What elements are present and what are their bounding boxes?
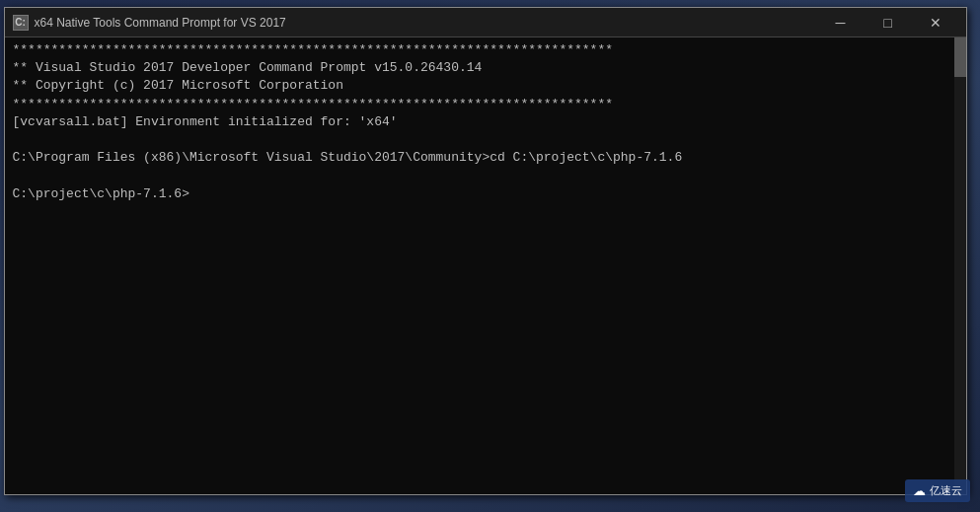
close-button[interactable]: ✕	[913, 9, 958, 37]
title-bar: C: x64 Native Tools Command Prompt for V…	[5, 8, 966, 37]
watermark: ☁ 亿速云	[905, 479, 970, 502]
command-prompt-window: C: x64 Native Tools Command Prompt for V…	[4, 7, 967, 495]
terminal-body[interactable]: ****************************************…	[5, 37, 966, 494]
terminal-output: ****************************************…	[13, 41, 958, 203]
minimize-button[interactable]: ─	[818, 9, 864, 37]
title-bar-controls: ─ □ ✕	[818, 9, 958, 37]
cloud-icon: ☁	[913, 483, 926, 498]
scrollbar-thumb[interactable]	[954, 37, 966, 77]
title-bar-left: C: x64 Native Tools Command Prompt for V…	[13, 15, 286, 31]
window-title: x64 Native Tools Command Prompt for VS 2…	[35, 16, 286, 30]
watermark-text: 亿速云	[930, 483, 962, 498]
window-icon: C:	[13, 15, 29, 31]
maximize-button[interactable]: □	[866, 9, 911, 37]
scrollbar[interactable]	[954, 37, 966, 494]
